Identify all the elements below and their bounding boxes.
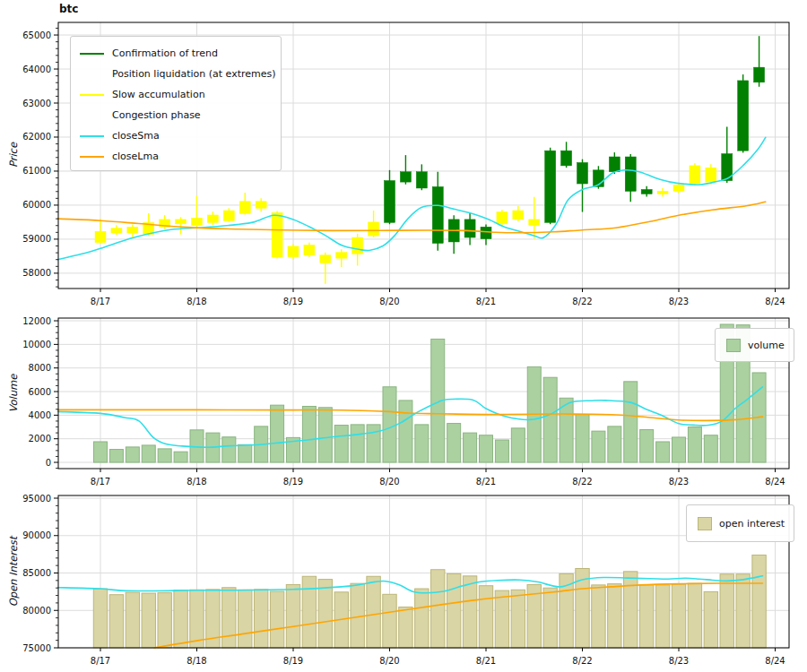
volume-bar <box>704 435 717 462</box>
legend-item-closesma: closeSma <box>71 125 281 146</box>
candle-body <box>385 181 395 223</box>
volume-bar <box>239 444 252 462</box>
volume-bar <box>351 425 364 462</box>
candle-body <box>95 231 106 243</box>
oi-bar <box>254 590 267 648</box>
date-label: 8/24 <box>765 297 785 306</box>
y-tick-label: 90000 <box>22 530 51 540</box>
oi-bar <box>415 589 429 648</box>
candle-body <box>609 157 620 172</box>
liquidation-line-swatch <box>80 73 104 75</box>
legend-label: closeSma <box>112 130 160 142</box>
y-tick-label: 60000 <box>22 200 51 210</box>
congestion-line-swatch <box>80 115 104 116</box>
candle-body <box>304 245 315 254</box>
oi-bar <box>655 585 669 648</box>
volume-bar <box>464 433 477 462</box>
date-label: 8/20 <box>379 477 399 487</box>
y-tick-label: 85000 <box>22 568 51 578</box>
candle-body <box>754 67 765 82</box>
volume-bar <box>334 426 348 462</box>
accumulation-line-swatch <box>80 94 104 96</box>
date-label: 8/19 <box>283 477 303 487</box>
y-tick-label: 59000 <box>22 234 51 244</box>
date-label: 8/22 <box>572 656 592 666</box>
oi-bar <box>463 576 476 648</box>
volume-bar <box>399 401 412 462</box>
volume-bar <box>608 426 621 462</box>
oi-bar <box>190 590 204 648</box>
candle-body <box>497 212 508 224</box>
legend-label: Congestion phase <box>112 109 201 121</box>
oi-bar <box>270 591 283 648</box>
volume-bar <box>126 447 139 462</box>
legend-label: Position liquidation (at extremes) <box>112 68 276 80</box>
oi-bar <box>479 586 492 648</box>
candle-body <box>223 211 234 220</box>
candle-body <box>127 227 138 233</box>
volume-bar <box>174 452 187 462</box>
volume-bar <box>511 428 525 462</box>
y-tick-label: 80000 <box>22 606 51 616</box>
oi-swatch <box>698 517 712 530</box>
candle-body <box>369 222 379 236</box>
oi-bar <box>302 576 316 648</box>
y-tick-label: 63000 <box>22 99 51 108</box>
lma-line-swatch <box>80 156 104 158</box>
y-tick-label: 12000 <box>22 316 51 326</box>
y-tick-label: 10000 <box>22 340 51 349</box>
date-label: 8/23 <box>669 656 689 666</box>
y-tick-label: 2000 <box>29 434 51 444</box>
oi-bar <box>624 572 638 648</box>
legend-label: Confirmation of trend <box>112 47 218 59</box>
date-label: 8/24 <box>765 656 785 666</box>
volume-bar <box>495 440 508 462</box>
legend-label: closeLma <box>112 151 159 162</box>
oi-bar <box>109 595 123 648</box>
oi-bar <box>639 585 653 648</box>
volume-bar <box>367 425 380 462</box>
y-tick-label: 0 <box>46 458 51 468</box>
date-label: 8/18 <box>187 297 206 306</box>
y-tick-label: 6000 <box>29 387 51 397</box>
legend-item-confirmation: Confirmation of trend <box>71 43 281 64</box>
date-label: 8/22 <box>572 477 592 487</box>
oi-bar <box>592 585 605 648</box>
oi-bar <box>174 590 187 648</box>
oi-legend: open interest <box>686 504 794 542</box>
candle-body <box>336 253 347 258</box>
candle-body <box>690 166 700 184</box>
candle-body <box>561 151 572 166</box>
oi-bar <box>222 588 236 648</box>
volume-bar <box>576 415 589 462</box>
oi-bar <box>126 592 139 648</box>
volume-panel-series <box>58 324 766 462</box>
oi-bar <box>286 584 299 648</box>
volume-bar <box>592 431 605 462</box>
volume-swatch <box>726 339 741 352</box>
price-legend: Confirmation of trend Position liquidati… <box>70 36 282 171</box>
legend-item-liquidation: Position liquidation (at extremes) <box>71 64 281 84</box>
volume-bar <box>688 427 701 462</box>
volume-bar <box>271 405 284 462</box>
y-tick-label: 4000 <box>29 410 51 420</box>
date-label: 8/23 <box>669 477 689 487</box>
oi-bar <box>142 593 155 648</box>
legend-item-accumulation: Slow accumulation <box>71 84 281 105</box>
oi-panel: 75000800008500090000950008/178/188/198/2… <box>22 494 789 666</box>
price-axis-label: Price <box>6 65 21 245</box>
legend-item-congestion: Congestion phase <box>71 105 281 125</box>
date-label: 8/23 <box>669 297 689 306</box>
candle-body <box>192 218 203 225</box>
candle-body <box>481 227 491 238</box>
volume-legend-label: volume <box>748 340 785 351</box>
oi-bar <box>543 588 557 648</box>
oi-bar <box>511 590 525 648</box>
oi-bar <box>367 576 380 648</box>
candle-body <box>657 191 668 194</box>
oi-bar <box>495 590 508 648</box>
chart-title: btc <box>59 3 78 15</box>
date-label: 8/20 <box>379 297 399 306</box>
oi-bar <box>736 574 750 648</box>
candle-body <box>738 81 749 151</box>
